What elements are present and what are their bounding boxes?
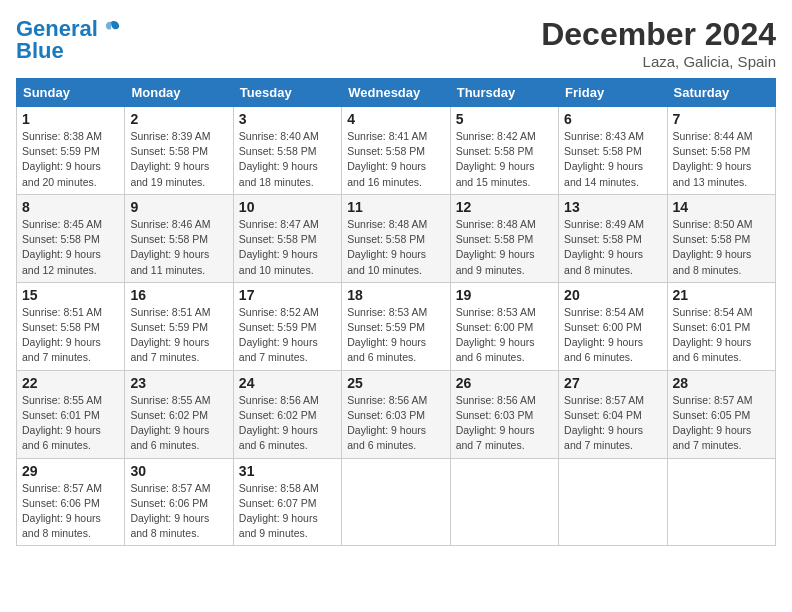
day-info: Sunrise: 8:56 AMSunset: 6:03 PMDaylight:… xyxy=(456,393,553,454)
day-info: Sunrise: 8:50 AMSunset: 5:58 PMDaylight:… xyxy=(673,217,770,278)
day-info: Sunrise: 8:47 AMSunset: 5:58 PMDaylight:… xyxy=(239,217,336,278)
calendar-cell: 6Sunrise: 8:43 AMSunset: 5:58 PMDaylight… xyxy=(559,107,667,195)
day-number: 1 xyxy=(22,111,119,127)
day-info: Sunrise: 8:52 AMSunset: 5:59 PMDaylight:… xyxy=(239,305,336,366)
calendar-cell: 9Sunrise: 8:46 AMSunset: 5:58 PMDaylight… xyxy=(125,194,233,282)
day-info: Sunrise: 8:39 AMSunset: 5:58 PMDaylight:… xyxy=(130,129,227,190)
day-info: Sunrise: 8:51 AMSunset: 5:59 PMDaylight:… xyxy=(130,305,227,366)
calendar-week-row: 15Sunrise: 8:51 AMSunset: 5:58 PMDayligh… xyxy=(17,282,776,370)
day-info: Sunrise: 8:51 AMSunset: 5:58 PMDaylight:… xyxy=(22,305,119,366)
day-info: Sunrise: 8:41 AMSunset: 5:58 PMDaylight:… xyxy=(347,129,444,190)
calendar-week-row: 22Sunrise: 8:55 AMSunset: 6:01 PMDayligh… xyxy=(17,370,776,458)
day-number: 18 xyxy=(347,287,444,303)
calendar-cell: 2Sunrise: 8:39 AMSunset: 5:58 PMDaylight… xyxy=(125,107,233,195)
logo: General Blue xyxy=(16,16,122,64)
calendar-cell: 23Sunrise: 8:55 AMSunset: 6:02 PMDayligh… xyxy=(125,370,233,458)
calendar-cell: 10Sunrise: 8:47 AMSunset: 5:58 PMDayligh… xyxy=(233,194,341,282)
calendar-header-thursday: Thursday xyxy=(450,79,558,107)
calendar-header-monday: Monday xyxy=(125,79,233,107)
day-info: Sunrise: 8:48 AMSunset: 5:58 PMDaylight:… xyxy=(456,217,553,278)
day-info: Sunrise: 8:57 AMSunset: 6:06 PMDaylight:… xyxy=(130,481,227,542)
logo-blue: Blue xyxy=(16,38,64,64)
day-info: Sunrise: 8:43 AMSunset: 5:58 PMDaylight:… xyxy=(564,129,661,190)
title-block: December 2024 Laza, Galicia, Spain xyxy=(541,16,776,70)
day-info: Sunrise: 8:54 AMSunset: 6:01 PMDaylight:… xyxy=(673,305,770,366)
day-number: 30 xyxy=(130,463,227,479)
calendar-header-sunday: Sunday xyxy=(17,79,125,107)
calendar-cell: 1Sunrise: 8:38 AMSunset: 5:59 PMDaylight… xyxy=(17,107,125,195)
calendar-cell: 20Sunrise: 8:54 AMSunset: 6:00 PMDayligh… xyxy=(559,282,667,370)
day-number: 29 xyxy=(22,463,119,479)
calendar-header-row: SundayMondayTuesdayWednesdayThursdayFrid… xyxy=(17,79,776,107)
calendar-cell xyxy=(450,458,558,546)
day-info: Sunrise: 8:57 AMSunset: 6:06 PMDaylight:… xyxy=(22,481,119,542)
calendar-week-row: 1Sunrise: 8:38 AMSunset: 5:59 PMDaylight… xyxy=(17,107,776,195)
calendar-cell: 19Sunrise: 8:53 AMSunset: 6:00 PMDayligh… xyxy=(450,282,558,370)
day-number: 15 xyxy=(22,287,119,303)
day-number: 5 xyxy=(456,111,553,127)
calendar-cell: 7Sunrise: 8:44 AMSunset: 5:58 PMDaylight… xyxy=(667,107,775,195)
day-info: Sunrise: 8:46 AMSunset: 5:58 PMDaylight:… xyxy=(130,217,227,278)
calendar-cell: 28Sunrise: 8:57 AMSunset: 6:05 PMDayligh… xyxy=(667,370,775,458)
calendar-cell: 31Sunrise: 8:58 AMSunset: 6:07 PMDayligh… xyxy=(233,458,341,546)
calendar-cell: 5Sunrise: 8:42 AMSunset: 5:58 PMDaylight… xyxy=(450,107,558,195)
day-number: 11 xyxy=(347,199,444,215)
location: Laza, Galicia, Spain xyxy=(541,53,776,70)
day-number: 21 xyxy=(673,287,770,303)
day-info: Sunrise: 8:55 AMSunset: 6:01 PMDaylight:… xyxy=(22,393,119,454)
calendar-cell: 21Sunrise: 8:54 AMSunset: 6:01 PMDayligh… xyxy=(667,282,775,370)
day-number: 3 xyxy=(239,111,336,127)
calendar-cell: 22Sunrise: 8:55 AMSunset: 6:01 PMDayligh… xyxy=(17,370,125,458)
calendar-header-saturday: Saturday xyxy=(667,79,775,107)
day-number: 9 xyxy=(130,199,227,215)
calendar-cell: 25Sunrise: 8:56 AMSunset: 6:03 PMDayligh… xyxy=(342,370,450,458)
day-number: 20 xyxy=(564,287,661,303)
day-number: 12 xyxy=(456,199,553,215)
day-info: Sunrise: 8:53 AMSunset: 6:00 PMDaylight:… xyxy=(456,305,553,366)
day-number: 4 xyxy=(347,111,444,127)
day-info: Sunrise: 8:45 AMSunset: 5:58 PMDaylight:… xyxy=(22,217,119,278)
day-number: 17 xyxy=(239,287,336,303)
day-number: 2 xyxy=(130,111,227,127)
day-number: 8 xyxy=(22,199,119,215)
calendar-header-wednesday: Wednesday xyxy=(342,79,450,107)
day-number: 27 xyxy=(564,375,661,391)
calendar-body: 1Sunrise: 8:38 AMSunset: 5:59 PMDaylight… xyxy=(17,107,776,546)
calendar-week-row: 8Sunrise: 8:45 AMSunset: 5:58 PMDaylight… xyxy=(17,194,776,282)
day-number: 26 xyxy=(456,375,553,391)
day-number: 31 xyxy=(239,463,336,479)
day-info: Sunrise: 8:38 AMSunset: 5:59 PMDaylight:… xyxy=(22,129,119,190)
logo-bird-icon xyxy=(100,18,122,40)
calendar-cell: 8Sunrise: 8:45 AMSunset: 5:58 PMDaylight… xyxy=(17,194,125,282)
day-info: Sunrise: 8:55 AMSunset: 6:02 PMDaylight:… xyxy=(130,393,227,454)
day-info: Sunrise: 8:40 AMSunset: 5:58 PMDaylight:… xyxy=(239,129,336,190)
day-number: 13 xyxy=(564,199,661,215)
day-number: 19 xyxy=(456,287,553,303)
day-info: Sunrise: 8:49 AMSunset: 5:58 PMDaylight:… xyxy=(564,217,661,278)
calendar-cell xyxy=(342,458,450,546)
calendar-cell: 27Sunrise: 8:57 AMSunset: 6:04 PMDayligh… xyxy=(559,370,667,458)
calendar-cell xyxy=(559,458,667,546)
day-info: Sunrise: 8:54 AMSunset: 6:00 PMDaylight:… xyxy=(564,305,661,366)
day-info: Sunrise: 8:57 AMSunset: 6:05 PMDaylight:… xyxy=(673,393,770,454)
day-info: Sunrise: 8:48 AMSunset: 5:58 PMDaylight:… xyxy=(347,217,444,278)
day-number: 16 xyxy=(130,287,227,303)
calendar-cell: 12Sunrise: 8:48 AMSunset: 5:58 PMDayligh… xyxy=(450,194,558,282)
calendar-cell: 4Sunrise: 8:41 AMSunset: 5:58 PMDaylight… xyxy=(342,107,450,195)
day-number: 14 xyxy=(673,199,770,215)
day-info: Sunrise: 8:44 AMSunset: 5:58 PMDaylight:… xyxy=(673,129,770,190)
calendar-cell xyxy=(667,458,775,546)
day-info: Sunrise: 8:53 AMSunset: 5:59 PMDaylight:… xyxy=(347,305,444,366)
day-number: 23 xyxy=(130,375,227,391)
calendar-header-tuesday: Tuesday xyxy=(233,79,341,107)
calendar-cell: 18Sunrise: 8:53 AMSunset: 5:59 PMDayligh… xyxy=(342,282,450,370)
day-info: Sunrise: 8:57 AMSunset: 6:04 PMDaylight:… xyxy=(564,393,661,454)
calendar-cell: 26Sunrise: 8:56 AMSunset: 6:03 PMDayligh… xyxy=(450,370,558,458)
day-number: 6 xyxy=(564,111,661,127)
day-number: 24 xyxy=(239,375,336,391)
calendar-week-row: 29Sunrise: 8:57 AMSunset: 6:06 PMDayligh… xyxy=(17,458,776,546)
calendar-cell: 17Sunrise: 8:52 AMSunset: 5:59 PMDayligh… xyxy=(233,282,341,370)
calendar-cell: 15Sunrise: 8:51 AMSunset: 5:58 PMDayligh… xyxy=(17,282,125,370)
day-info: Sunrise: 8:42 AMSunset: 5:58 PMDaylight:… xyxy=(456,129,553,190)
calendar-cell: 13Sunrise: 8:49 AMSunset: 5:58 PMDayligh… xyxy=(559,194,667,282)
